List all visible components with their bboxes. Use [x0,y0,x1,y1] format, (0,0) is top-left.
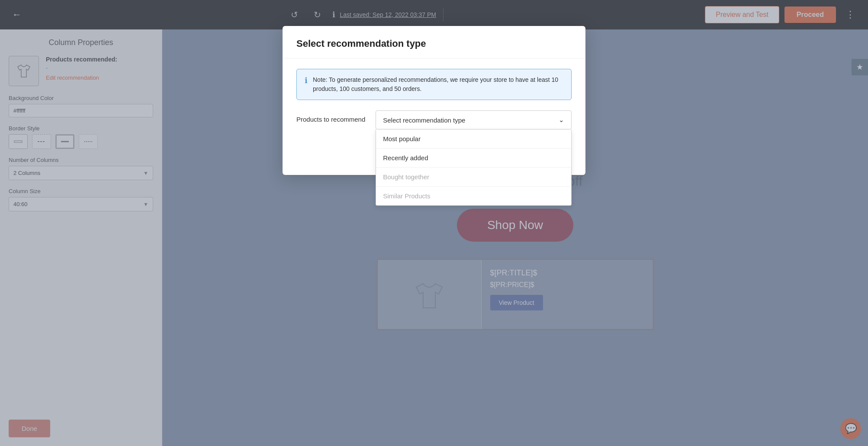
rec-type-dropdown[interactable]: Select recommendation type ⌄ [376,110,572,129]
option-similar-products: Similar Products [376,187,571,205]
rec-type-chevron: ⌄ [559,116,564,124]
option-most-popular[interactable]: Most popular [376,129,571,149]
info-text: Note: To generate personalized recommend… [313,75,563,94]
option-recently-added[interactable]: Recently added [376,149,571,168]
info-box: ℹ Note: To generate personalized recomme… [296,69,572,100]
info-icon: ℹ [305,76,308,85]
modal-overlay: Select recommendation type ℹ Note: To ge… [0,0,868,446]
products-to-recommend-label: Products to recommend [296,110,365,123]
products-recommend-field: Products to recommend Select recommendat… [296,110,572,129]
rec-dropdown-list: Most popular Recently added Bought toget… [376,129,572,206]
modal-title: Select recommendation type [296,38,572,49]
modal-header: Select recommendation type [283,26,585,58]
rec-type-placeholder: Select recommendation type [383,116,465,124]
option-bought-together: Bought together [376,168,571,187]
modal-body: ℹ Note: To generate personalized recomme… [283,58,585,140]
recommendation-modal: Select recommendation type ℹ Note: To ge… [283,26,585,175]
rec-type-dropdown-wrapper: Select recommendation type ⌄ Most popula… [376,110,572,129]
